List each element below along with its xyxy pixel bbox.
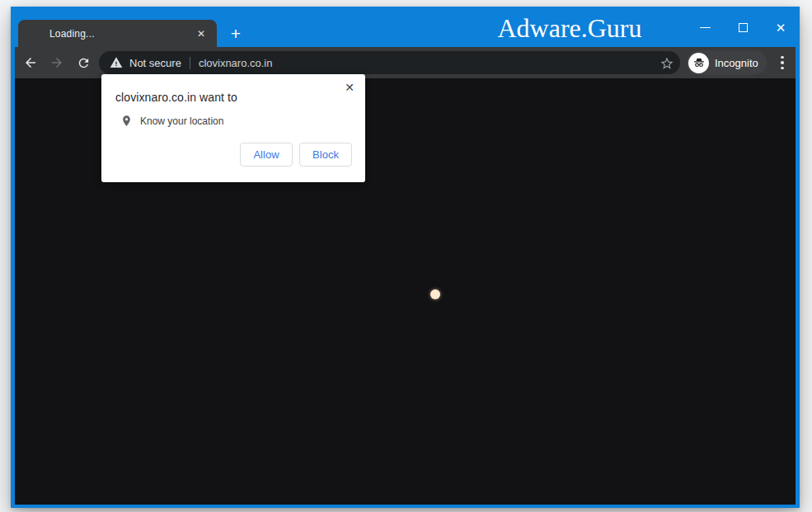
minimize-icon [700, 27, 711, 28]
minimize-button[interactable] [686, 15, 724, 40]
back-icon [23, 55, 38, 70]
omnibox-separator [190, 57, 190, 69]
new-tab-button[interactable]: + [224, 22, 247, 45]
window-titlebar: Loading... ✕ + Adware.Guru ✕ [11, 7, 800, 47]
close-icon: ✕ [776, 21, 786, 34]
tab-close-icon[interactable]: ✕ [194, 26, 209, 41]
url-text: clovixnaro.co.in [199, 57, 273, 69]
browser-menu-button[interactable] [772, 52, 793, 73]
bookmark-button[interactable] [659, 55, 674, 71]
dialog-close-button[interactable]: ✕ [341, 79, 358, 96]
dialog-buttons: Allow Block [101, 143, 365, 167]
omnibox[interactable]: Not secure clovixnaro.co.in [99, 51, 680, 74]
security-label: Not secure [129, 57, 181, 69]
maximize-button[interactable] [724, 15, 762, 40]
incognito-badge: Incognito [687, 50, 767, 75]
dialog-title: clovixnaro.co.in want to [115, 91, 237, 104]
close-button[interactable]: ✕ [762, 15, 800, 40]
more-vert-icon [781, 56, 783, 59]
permission-request-label: Know your location [140, 115, 223, 127]
forward-icon [49, 55, 64, 70]
tab-loading[interactable]: Loading... ✕ [18, 20, 217, 47]
warning-icon [110, 56, 123, 69]
allow-button[interactable]: Allow [240, 143, 293, 167]
close-icon: ✕ [345, 81, 354, 94]
browser-window: Loading... ✕ + Adware.Guru ✕ [11, 7, 800, 508]
tab-title: Loading... [49, 28, 194, 40]
reload-button[interactable] [73, 52, 94, 73]
forward-button[interactable] [46, 52, 68, 73]
security-chip[interactable]: Not secure [110, 56, 181, 69]
plus-icon: + [231, 24, 241, 44]
window-title: Adware.Guru [450, 13, 689, 44]
incognito-icon [688, 53, 709, 73]
star-icon [659, 56, 674, 71]
permission-request-row: Know your location [120, 114, 223, 128]
window-controls: ✕ [686, 15, 800, 40]
location-pin-icon [120, 114, 133, 128]
reload-icon [77, 56, 91, 70]
permission-dialog: ✕ clovixnaro.co.in want to Know your loc… [101, 74, 365, 182]
loading-spinner [388, 265, 441, 317]
back-button[interactable] [20, 52, 41, 73]
spinner-tip [430, 289, 440, 299]
incognito-label: Incognito [715, 57, 758, 69]
maximize-icon [739, 23, 748, 32]
block-button[interactable]: Block [299, 143, 352, 167]
